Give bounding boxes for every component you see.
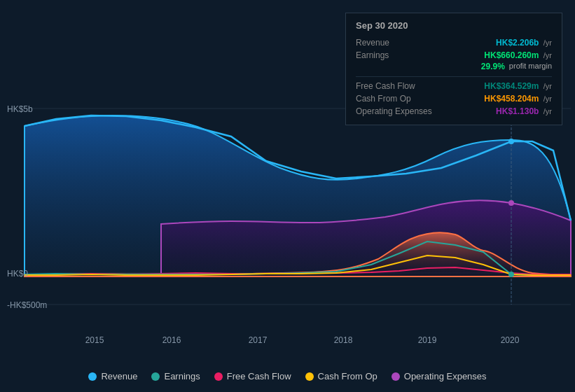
svg-text:2020: 2020 [501,335,520,345]
legend-cashop-dot [305,372,314,381]
legend-fcf-label: Free Cash Flow [227,371,291,382]
tooltip-opex-label: Operating Expenses [356,106,432,116]
svg-point-5 [508,139,514,144]
legend-cashop[interactable]: Cash From Op [305,371,377,382]
data-tooltip: Sep 30 2020 Revenue HK$2.206b /yr Earnin… [345,13,562,125]
legend-revenue-label: Revenue [101,371,137,382]
tooltip-cashop-label: Cash From Op [356,94,411,104]
tooltip-fcf-row: Free Cash Flow HK$364.529m /yr [356,80,552,92]
tooltip-earnings-row: Earnings HK$660.260m /yr [356,49,552,62]
tooltip-title: Sep 30 2020 [356,20,552,31]
svg-text:2017: 2017 [249,335,268,345]
tooltip-revenue-value: HK$2.206b /yr [496,38,552,48]
legend-opex[interactable]: Operating Expenses [392,371,487,382]
tooltip-margin-row: 29.9% profit margin [356,62,552,74]
svg-text:HK$5b: HK$5b [7,104,33,114]
svg-text:2019: 2019 [418,335,437,345]
legend-revenue[interactable]: Revenue [88,371,137,382]
tooltip-revenue-label: Revenue [356,38,389,48]
tooltip-cashop-row: Cash From Op HK$458.204m /yr [356,92,552,105]
tooltip-fcf-label: Free Cash Flow [356,81,415,91]
tooltip-revenue-row: Revenue HK$2.206b /yr [356,36,552,49]
legend-revenue-dot [88,372,97,381]
legend-earnings-label: Earnings [164,371,200,382]
tooltip-fcf-value: HK$364.529m /yr [484,81,552,91]
svg-text:2016: 2016 [162,335,181,345]
legend-earnings-dot [151,372,160,381]
legend-fcf-dot [214,372,223,381]
legend-cashop-label: Cash From Op [318,371,377,382]
tooltip-earnings-value: HK$660.260m /yr [484,50,552,60]
svg-point-7 [508,272,514,277]
tooltip-cashop-value: HK$458.204m /yr [484,94,552,104]
legend-fcf[interactable]: Free Cash Flow [214,371,291,382]
tooltip-opex-row: Operating Expenses HK$1.130b /yr [356,105,552,118]
svg-text:2015: 2015 [85,335,104,345]
svg-text:HK$0: HK$0 [7,269,28,279]
svg-point-6 [508,200,514,206]
chart-legend: Revenue Earnings Free Cash Flow Cash Fro… [0,371,575,382]
legend-opex-dot [392,372,400,381]
tooltip-opex-value: HK$1.130b /yr [496,106,552,116]
tooltip-earnings-label: Earnings [356,50,389,60]
legend-earnings[interactable]: Earnings [151,371,200,382]
svg-text:2018: 2018 [334,335,353,345]
legend-opex-label: Operating Expenses [404,371,487,382]
svg-text:-HK$500m: -HK$500m [7,300,47,310]
